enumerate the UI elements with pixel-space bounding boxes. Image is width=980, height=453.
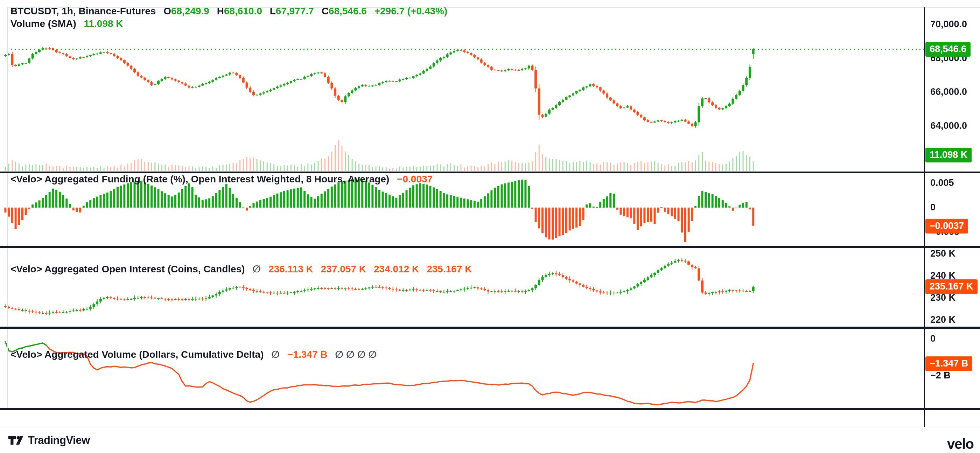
funding-indicator-value: −0.0037: [397, 174, 433, 185]
high-label: H: [217, 6, 224, 16]
pane1-legend-row1[interactable]: BTCUSDT, 1h, Binance-Futures O68,249.9 H…: [11, 6, 447, 17]
oi-axis-tick[interactable]: 220 K: [930, 314, 956, 325]
time-axis[interactable]: 1718192021222324252627: [0, 409, 980, 427]
volume-indicator-title[interactable]: Volume (SMA): [11, 18, 76, 29]
volume-indicator-value: 11.098 K: [84, 18, 123, 29]
price-close-badge: 68,546.6: [925, 42, 970, 57]
pane-separator-oi-cvd[interactable]: [0, 327, 980, 329]
price-axis-tick[interactable]: 66,000.0: [930, 86, 967, 97]
average-symbol-icon: ∅: [252, 263, 261, 274]
volume-badge: 11.098 K: [925, 148, 972, 163]
price-axis-line: [924, 7, 925, 427]
price-axis-tick[interactable]: 64,000.0: [930, 120, 967, 131]
oi-average-value: 235.167 K: [426, 263, 472, 274]
funding-badge: −0.0037: [925, 219, 968, 233]
funding-indicator-title[interactable]: <Velo> Aggregated Funding (Rate (%), Ope…: [11, 174, 389, 185]
average-symbol-icon: ∅: [271, 349, 280, 360]
pane2-legend[interactable]: <Velo> Aggregated Funding (Rate (%), Ope…: [11, 174, 433, 185]
cvd-indicator-title[interactable]: <Velo> Aggregated Volume (Dollars, Cumul…: [11, 349, 264, 360]
oi-indicator-title[interactable]: <Velo> Aggregated Open Interest (Coins, …: [11, 263, 245, 274]
oi-average-value: 236.113 K: [269, 263, 313, 274]
pane-separator-price-funding[interactable]: [0, 172, 980, 173]
open-value: 68,249.9: [171, 6, 209, 16]
cvd-badge: −1.347 B: [925, 356, 972, 371]
symbol-title[interactable]: BTCUSDT, 1h, Binance-Futures: [11, 6, 156, 16]
funding-axis-tick[interactable]: 0.005: [930, 177, 954, 188]
velo-logo[interactable]: velo: [947, 436, 974, 452]
open-label: O: [164, 6, 171, 16]
oi-average-value: 234.012 K: [374, 263, 419, 274]
cvd-axis-tick[interactable]: 0: [930, 333, 935, 344]
tradingview-logo[interactable]: TradingView: [8, 434, 90, 447]
tradingview-mark-icon: [8, 435, 24, 445]
low-value: 67,977.7: [276, 6, 314, 16]
low-label: L: [270, 6, 276, 16]
close-value: 68,546.6: [329, 6, 367, 16]
oi-indicator-values: 236.113 K237.057 K234.012 K235.167 K: [269, 263, 479, 274]
chart-left-border: [7, 7, 8, 409]
open-interest-badge: 235.167 K: [925, 279, 978, 294]
velo-wordmark: velo: [947, 436, 974, 451]
high-value: 68,610.0: [224, 6, 262, 16]
close-label: C: [321, 6, 329, 16]
pane1-legend-row2[interactable]: Volume (SMA) 11.098 K: [11, 18, 123, 29]
cvd-empty-series-symbols: ∅ ∅ ∅ ∅: [335, 349, 377, 360]
pane4-legend[interactable]: <Velo> Aggregated Volume (Dollars, Cumul…: [11, 349, 377, 360]
funding-axis-tick[interactable]: 0: [930, 202, 935, 213]
chart-canvas[interactable]: [0, 0, 980, 453]
cvd-indicator-value: −1.347 B: [287, 349, 327, 360]
pane-separator-funding-oi[interactable]: [0, 246, 980, 248]
cvd-axis-tick[interactable]: −2 B: [930, 370, 951, 381]
price-axis-tick[interactable]: 70,000.0: [930, 19, 967, 30]
oi-axis-tick[interactable]: 250 K: [930, 248, 956, 259]
tradingview-wordmark: TradingView: [28, 434, 90, 447]
oi-average-value: 237.057 K: [321, 263, 366, 274]
change-value: +296.7 (+0.43%): [374, 6, 448, 16]
pane3-legend[interactable]: <Velo> Aggregated Open Interest (Coins, …: [11, 263, 479, 275]
